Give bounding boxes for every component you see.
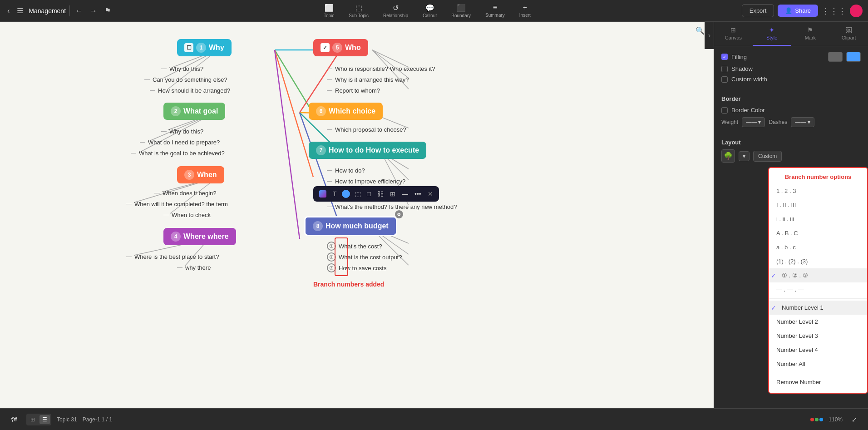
sub-why-2-text: Can you do something else? (153, 76, 227, 83)
node-why[interactable]: ☐ 1 Why (177, 39, 232, 56)
dropdown-item-number-all[interactable]: Number All (769, 357, 867, 371)
apps-button[interactable]: ⋮⋮⋮ (822, 6, 846, 16)
level1-label: Number Level 1 (782, 304, 824, 311)
sub-why-3-text: How should it be arranged? (158, 87, 230, 94)
number-all-label: Number All (776, 361, 805, 367)
user-avatar[interactable] (850, 5, 863, 17)
float-logo-icon (319, 190, 326, 198)
search-button[interactable]: 🔍 (695, 26, 705, 35)
redo-button[interactable]: → (88, 5, 99, 17)
relationship-button[interactable]: ↺ Relationship (380, 2, 412, 20)
menu-button[interactable]: ☰ (15, 5, 25, 17)
weight-dropdown[interactable]: —— ▾ (742, 117, 765, 127)
float-logo-button[interactable] (318, 189, 328, 199)
dropdown-item-dash[interactable]: — . — . — (769, 282, 867, 297)
fill-color-swatch-blue[interactable] (846, 52, 861, 62)
float-rect-button[interactable]: □ (366, 189, 372, 199)
undo-button[interactable]: ← (74, 5, 84, 17)
custom-width-checkbox[interactable] (721, 76, 728, 83)
float-more-button[interactable]: ••• (413, 189, 423, 199)
logo-dot-blue (819, 418, 823, 421)
dropdown-item-paren-num[interactable]: (1) . (2) . (3) (769, 254, 867, 268)
dropdown-item-level1[interactable]: ✓ Number Level 1 (769, 301, 867, 315)
tab-clipart[interactable]: 🖼 Clipart (829, 22, 868, 46)
layout-dropdown[interactable]: ▾ (739, 151, 750, 161)
node-what-goal[interactable]: 2 What goal (163, 103, 225, 120)
tab-mark[interactable]: ⚑ Mark (791, 22, 830, 46)
tab-canvas[interactable]: ⊞ Canvas (714, 22, 753, 46)
summary-button[interactable]: ≡ Summary (482, 2, 508, 20)
float-close-button[interactable]: ✕ (426, 189, 434, 199)
dropdown-item-roman-lower[interactable]: i . ii . iii (769, 212, 867, 226)
level1-checkmark: ✓ (771, 304, 776, 311)
canvas-tab-icon: ⊞ (730, 26, 736, 34)
sub-who-3: Report to whom? (327, 87, 380, 94)
topic-button[interactable]: ⬜ Topic (320, 2, 338, 20)
node-who[interactable]: ✓ 5 Who (313, 39, 368, 56)
canvas-area[interactable]: ☐ 1 Why 2 What goal 3 When 4 Where where… (0, 22, 714, 408)
logo-dot-green (815, 418, 819, 421)
node-which[interactable]: 6 Which choice (309, 103, 383, 120)
why-num: 1 (196, 43, 206, 53)
filling-checkbox-row: ✓ Filling (721, 52, 861, 62)
sub-htd-1: How to do? (327, 167, 365, 174)
shadow-checkbox[interactable] (721, 66, 728, 72)
grid-view-button[interactable]: ⊞ (28, 415, 38, 424)
mind-map-canvas: ☐ 1 Why 2 What goal 3 When 4 Where where… (0, 22, 714, 408)
float-minus-button[interactable]: — (400, 189, 409, 199)
dropdown-item-123[interactable]: 1 . 2 . 3 (769, 184, 867, 198)
float-link-button[interactable]: ⛓ (376, 189, 385, 199)
custom-button[interactable]: Custom (753, 151, 782, 162)
level4-label: Number Level 4 (776, 346, 818, 353)
float-structure-button[interactable]: ⊞ (389, 189, 397, 199)
border-color-checkbox[interactable] (721, 107, 728, 114)
callout-button[interactable]: 💬 Callout (419, 2, 440, 20)
layout-tree-icon: 🌳 (724, 152, 733, 160)
dropdown-item-level3[interactable]: Number Level 3 (769, 329, 867, 343)
sub-htd-3: What's the method? Is there any new meth… (327, 203, 457, 210)
boundary-button[interactable]: ⬛ Boundary (448, 2, 474, 20)
share-button[interactable]: 👤 Share (778, 5, 818, 17)
node-budget[interactable]: 8 How much budget ⚙ (304, 216, 397, 236)
sidebar-toggle[interactable]: › (705, 22, 714, 49)
sub-line (327, 207, 332, 207)
view-toggle: ⊞ ☰ (26, 414, 51, 425)
svg-line-3 (275, 50, 300, 239)
node-when[interactable]: 3 When (177, 166, 224, 183)
floating-toolbar[interactable]: T ⬚ □ ⛓ ⊞ — ••• ✕ (313, 186, 439, 202)
dropdown-item-level2[interactable]: Number Level 2 (769, 315, 867, 329)
sub-line (163, 215, 169, 215)
toolbar-right: Export 👤 Share ⋮⋮⋮ (742, 4, 863, 17)
tab-style[interactable]: ✦ Style (753, 22, 791, 46)
node-howto[interactable]: 7 How to do How to execute (309, 142, 426, 159)
save-button[interactable]: ⚑ (103, 5, 113, 17)
budget-settings-icon[interactable]: ⚙ (395, 210, 403, 218)
dropdown-item-abc-upper[interactable]: A . B . C (769, 226, 867, 240)
clipart-tab-icon: 🖼 (846, 26, 852, 34)
export-button[interactable]: Export (742, 4, 774, 17)
dropdown-item-abc-lower[interactable]: a . b . c (769, 240, 867, 254)
filling-checkbox[interactable]: ✓ (721, 54, 728, 60)
node-where[interactable]: 4 Where where (163, 228, 236, 245)
map-view-button[interactable]: 🗺 (7, 414, 21, 425)
when-num: 3 (184, 170, 194, 180)
fullscreen-button[interactable]: ⤢ (848, 414, 861, 425)
selected-checkmark: ✓ (771, 272, 776, 279)
insert-button[interactable]: + Insert (516, 2, 534, 20)
float-select-button[interactable]: ⬚ (354, 189, 362, 199)
layout-icon-btn-1[interactable]: 🌳 (721, 149, 735, 163)
dropdown-item-remove-number[interactable]: Remove Number (769, 375, 867, 389)
dropdown-item-level4[interactable]: Number Level 4 (769, 343, 867, 357)
back-nav-button[interactable]: ‹ (5, 5, 11, 17)
dropdown-item-roman[interactable]: I . II . III (769, 198, 867, 212)
toolbar-center: ⬜ Topic ⬚ Sub Topic ↺ Relationship 💬 Cal… (116, 2, 738, 20)
sub-topic-button[interactable]: ⬚ Sub Topic (345, 2, 372, 20)
dashes-dropdown[interactable]: —— ▾ (791, 117, 814, 127)
sub-where-2: why there (177, 264, 211, 271)
dropdown-item-circled[interactable]: ✓ ① . ② . ③ (769, 268, 867, 282)
list-view-button[interactable]: ☰ (39, 415, 50, 424)
filling-label: Filling (731, 54, 747, 60)
float-text-button[interactable]: T (331, 189, 338, 199)
fill-color-swatch-dark[interactable] (828, 52, 843, 62)
sub-htd-3-text: What's the method? Is there any new meth… (335, 203, 457, 210)
